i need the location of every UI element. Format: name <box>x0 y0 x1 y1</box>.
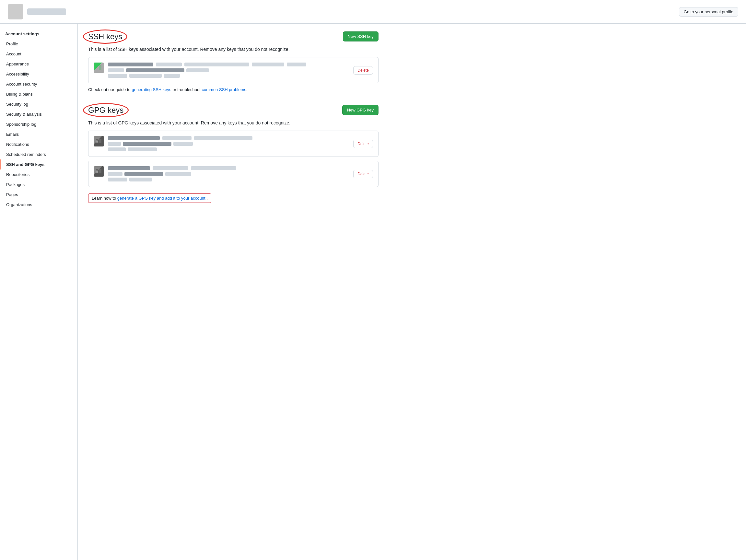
sidebar-item-organizations[interactable]: Organizations <box>0 200 78 210</box>
sidebar-item-appearance[interactable]: Appearance <box>0 59 78 69</box>
gpg-r1c3-2 <box>165 172 191 176</box>
gpg-r2c1-2 <box>108 177 127 181</box>
header-left <box>8 4 66 20</box>
ssh-key-row-1 <box>108 68 349 72</box>
ssh-key-extra2 <box>287 62 306 66</box>
ssh-row1-col2 <box>126 68 184 72</box>
avatar <box>8 4 23 20</box>
svg-rect-6 <box>96 169 98 170</box>
common-ssh-problems-link[interactable]: common SSH problems <box>202 87 246 92</box>
gpg-r1c3 <box>173 142 193 146</box>
sidebar-heading: Account settings <box>0 29 78 39</box>
ssh-row2-col1 <box>108 74 127 78</box>
gpg-key-card-1: Delete <box>88 131 378 157</box>
delete-gpg-key-button-2[interactable]: Delete <box>353 170 373 178</box>
gpg-keys-title: GPG keys <box>88 106 123 115</box>
svg-rect-1 <box>96 68 98 70</box>
sidebar-item-packages[interactable]: Packages <box>0 179 78 190</box>
gpg-key-row2-2 <box>108 177 349 181</box>
gpg-description: This is a list of GPG keys associated wi… <box>88 120 378 125</box>
gpg-key-rows-2 <box>108 172 349 181</box>
gpg-key-fp-2 <box>191 166 236 170</box>
sidebar-item-account-security[interactable]: Account security <box>0 79 78 89</box>
gpg-key-icon-2 <box>94 166 104 177</box>
gpg-footer-text1: Learn how to <box>92 196 117 201</box>
gpg-key-row1-2 <box>108 172 349 176</box>
ssh-key-card-1: Delete <box>88 57 378 83</box>
sidebar-item-emails[interactable]: Emails <box>0 129 78 139</box>
ssh-key-name <box>108 62 153 66</box>
gpg-key-icon-1 <box>94 136 104 146</box>
ssh-keys-section: SSH keys New SSH key This is a list of S… <box>88 31 378 92</box>
generating-ssh-keys-link[interactable]: generating SSH keys <box>132 87 171 92</box>
svg-rect-2 <box>99 65 102 70</box>
sidebar-item-ssh-gpg-keys[interactable]: SSH and GPG keys <box>0 160 78 169</box>
gpg-r1c2-2 <box>124 172 163 176</box>
username-placeholder <box>27 8 66 15</box>
ssh-description: This is a list of SSH keys associated wi… <box>88 47 378 52</box>
sidebar-item-profile[interactable]: Profile <box>0 39 78 49</box>
gpg-key-title-bar-2 <box>108 166 349 170</box>
sidebar-item-repositories[interactable]: Repositories <box>0 169 78 179</box>
gpg-key-card-2: Delete <box>88 161 378 187</box>
ssh-row1-col1 <box>108 68 124 72</box>
gpg-key-name-1 <box>108 136 160 140</box>
sidebar-item-pages[interactable]: Pages <box>0 190 78 200</box>
gpg-key-fp-1 <box>194 136 253 140</box>
gpg-key-info-1 <box>108 136 349 151</box>
svg-rect-8 <box>98 169 102 173</box>
svg-rect-3 <box>96 139 98 140</box>
gpg-r2c2 <box>128 147 157 151</box>
ssh-section-header: SSH keys New SSH key <box>88 31 378 41</box>
ssh-key-title-bar <box>108 62 349 66</box>
layout: Account settings Profile Account Appeara… <box>0 24 746 560</box>
sidebar-item-accessibility[interactable]: Accessibility <box>0 69 78 79</box>
delete-ssh-key-button[interactable]: Delete <box>353 66 373 75</box>
ssh-key-date <box>156 62 182 66</box>
svg-rect-0 <box>96 65 98 67</box>
gpg-r1c1-2 <box>108 172 122 176</box>
gpg-key-title-bar-1 <box>108 136 349 140</box>
new-ssh-key-button[interactable]: New SSH key <box>343 31 378 41</box>
sidebar-item-sponsorship-log[interactable]: Sponsorship log <box>0 119 78 129</box>
ssh-keys-title: SSH keys <box>88 32 122 41</box>
sidebar-item-security-analysis[interactable]: Security & analysis <box>0 109 78 119</box>
gpg-key-date-1 <box>162 136 192 140</box>
sidebar-item-notifications[interactable]: Notifications <box>0 139 78 149</box>
ssh-key-info <box>108 62 349 78</box>
gpg-r1c2 <box>123 142 171 146</box>
ssh-row2-col3 <box>164 74 180 78</box>
ssh-footer-end: . <box>246 87 248 92</box>
generate-gpg-key-link[interactable]: generate a GPG key and add it to your ac… <box>117 196 205 201</box>
gpg-r1c1 <box>108 142 121 146</box>
sidebar-item-scheduled-reminders[interactable]: Scheduled reminders <box>0 149 78 160</box>
sidebar-item-billing[interactable]: Billing & plans <box>0 89 78 99</box>
go-to-profile-button[interactable]: Go to your personal profile <box>679 7 738 17</box>
ssh-key-row-2 <box>108 74 349 78</box>
gpg-key-info-2 <box>108 166 349 181</box>
gpg-r2c1 <box>108 147 126 151</box>
gpg-key-rows-1 <box>108 142 349 151</box>
ssh-footer-note: Check out our guide to generating SSH ke… <box>88 87 378 92</box>
svg-rect-7 <box>96 171 98 173</box>
ssh-key-icon <box>94 62 104 73</box>
ssh-row1-col3 <box>186 68 209 72</box>
svg-rect-5 <box>98 139 102 143</box>
sidebar-item-security-log[interactable]: Security log <box>0 99 78 109</box>
gpg-footer-end: . <box>205 196 208 201</box>
gpg-section-header: GPG keys New GPG key <box>88 105 378 115</box>
gpg-keys-section: GPG keys New GPG key This is a list of G… <box>88 105 378 203</box>
header: Go to your personal profile <box>0 0 746 24</box>
gpg-r2c2-2 <box>129 177 152 181</box>
gpg-key-row2-1 <box>108 147 349 151</box>
sidebar-item-account[interactable]: Account <box>0 49 78 59</box>
delete-gpg-key-button-1[interactable]: Delete <box>353 140 373 148</box>
new-gpg-key-button[interactable]: New GPG key <box>342 105 378 115</box>
ssh-key-extra1 <box>252 62 284 66</box>
gpg-key-name-2 <box>108 166 150 170</box>
gpg-footer-note: Learn how to generate a GPG key and add … <box>88 194 211 203</box>
gpg-key-row1-1 <box>108 142 349 146</box>
ssh-footer-text2: or troubleshoot <box>171 87 202 92</box>
gpg-key-date-2 <box>153 166 188 170</box>
main-content: SSH keys New SSH key This is a list of S… <box>78 24 389 560</box>
